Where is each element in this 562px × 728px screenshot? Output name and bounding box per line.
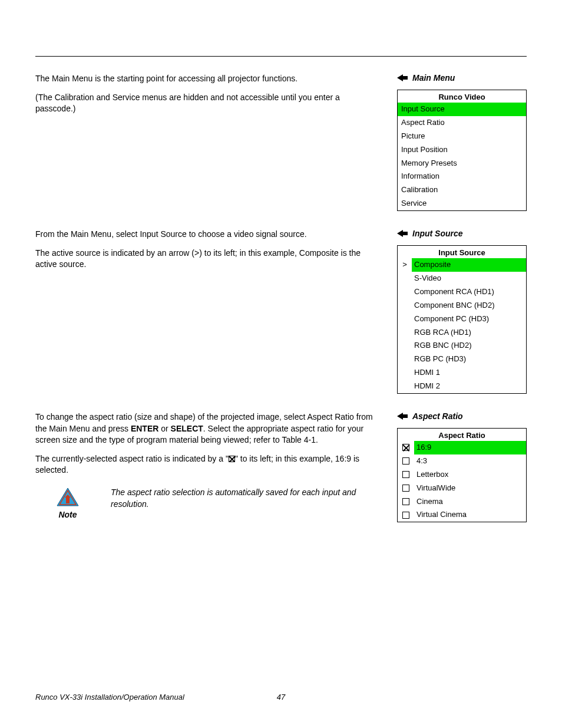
input-source-item-label: Component BNC (HD2) (412, 299, 526, 312)
main-menu-label-text: Main Menu (412, 73, 455, 83)
note-triangle-icon (56, 487, 80, 509)
input-source-item: S-Video (398, 272, 526, 285)
section-input-source: From the Main Menu, select Input Source … (35, 229, 527, 394)
aspect-ratio-item: Cinema (398, 495, 526, 509)
active-indicator (398, 385, 412, 388)
input-source-item-label: RGB RCA (HD1) (412, 326, 526, 340)
main-menu-item: Input Position (398, 143, 526, 157)
aspect-ratio-item-label: 16:9 (414, 441, 526, 454)
input-source-box: Input Source >CompositeS-VideoComponent … (397, 245, 527, 394)
input-source-item: >Composite (398, 258, 526, 272)
input-source-item: HDMI 2 (398, 380, 526, 393)
aspect-ratio-item: VirtualWide (398, 482, 526, 495)
input-source-item-label: HDMI 1 (412, 366, 526, 380)
main-menu-item: Memory Presets (398, 157, 526, 170)
main-menu-item: Input Source (398, 103, 526, 116)
aspect-ratio-item-label: Virtual Cinema (414, 508, 526, 522)
main-menu-item: Picture (398, 130, 526, 143)
aspect-ratio-item-label: Letterbox (414, 468, 526, 482)
input-source-box-title: Input Source (398, 246, 526, 258)
input-source-label-text: Input Source (412, 229, 463, 238)
aspect-ratio-label: Aspect Ratio (397, 411, 527, 421)
checkbox-icon (398, 469, 414, 480)
svg-rect-4 (66, 498, 70, 503)
active-indicator (398, 276, 412, 280)
input-source-item: Component PC (HD3) (398, 312, 526, 326)
input-source-item: RGB BNC (HD2) (398, 339, 526, 353)
main-menu-label: Main Menu (397, 73, 527, 83)
active-indicator (398, 371, 412, 375)
arrow-left-icon (397, 413, 408, 420)
page-footer: Runco VX-33i Installation/Operation Manu… (35, 693, 527, 701)
arrow-left-icon (397, 230, 408, 237)
main-menu-item: Aspect Ratio (398, 116, 526, 130)
active-indicator (398, 331, 412, 334)
note-block: Note The aspect ratio selection is autom… (35, 487, 379, 519)
input-source-item: RGB PC (HD3) (398, 353, 526, 366)
arrow-left-icon (397, 74, 408, 81)
aspect-ratio-box: Aspect Ratio 16:94:3LetterboxVirtualWide… (397, 428, 527, 522)
header-rule (35, 56, 527, 57)
main-menu-item: Information (398, 170, 526, 183)
svg-marker-0 (397, 74, 408, 81)
checkbox-icon (398, 442, 414, 453)
input-source-item-label: RGB PC (HD3) (412, 353, 526, 366)
aspect-ratio-item: 16:9 (398, 441, 526, 454)
note-label: Note (58, 510, 77, 519)
checkbox-icon (398, 496, 414, 507)
aspect-ratio-item: Virtual Cinema (398, 508, 526, 522)
aspect-ratio-box-title: Aspect Ratio (398, 429, 526, 441)
input-source-item-label: RGB BNC (HD2) (412, 339, 526, 353)
input-source-item-label: Component PC (HD3) (412, 312, 526, 326)
input-source-label: Input Source (397, 229, 527, 238)
active-indicator: > (398, 258, 412, 272)
input-source-item: RGB RCA (HD1) (398, 326, 526, 340)
aspect-ratio-item-label: 4:3 (414, 454, 526, 468)
active-indicator (398, 290, 412, 294)
input-source-item: Component BNC (HD2) (398, 299, 526, 312)
section-main-menu: The Main Menu is the starting point for … (35, 73, 527, 211)
checkbox-icon (398, 510, 414, 521)
main-menu-item: Service (398, 197, 526, 210)
aspect-ratio-para1: To change the aspect ratio (size and sha… (35, 411, 379, 446)
main-menu-box: Runco Video Input SourceAspect RatioPict… (397, 90, 527, 211)
main-menu-para2: (The Calibration and Service menus are h… (35, 92, 379, 115)
input-source-para2: The active source is indicated by an arr… (35, 248, 379, 271)
svg-marker-6 (397, 413, 408, 420)
footer-title: Runco VX-33i Installation/Operation Manu… (35, 693, 184, 701)
svg-marker-1 (397, 230, 408, 237)
active-indicator (398, 304, 412, 307)
input-source-item: Component RCA (HD1) (398, 285, 526, 299)
aspect-ratio-item-label: Cinema (414, 495, 526, 509)
input-source-item-label: Component RCA (HD1) (412, 285, 526, 299)
input-source-item: HDMI 1 (398, 366, 526, 380)
main-menu-para1: The Main Menu is the starting point for … (35, 73, 379, 85)
aspect-ratio-item-label: VirtualWide (414, 482, 526, 495)
checkbox-checked-icon (229, 456, 235, 462)
aspect-ratio-para2: The currently-selected aspect ratio is i… (35, 453, 379, 476)
input-source-para1: From the Main Menu, select Input Source … (35, 229, 379, 241)
input-source-item-label: S-Video (412, 272, 526, 285)
main-menu-item: Calibration (398, 183, 526, 197)
main-menu-box-title: Runco Video (398, 90, 526, 103)
input-source-item-label: Composite (412, 258, 526, 272)
active-indicator (398, 317, 412, 321)
section-aspect-ratio: To change the aspect ratio (size and sha… (35, 411, 527, 522)
aspect-ratio-item: 4:3 (398, 454, 526, 468)
note-text: The aspect ratio selection is automatica… (111, 487, 379, 510)
aspect-ratio-label-text: Aspect Ratio (412, 411, 463, 421)
footer-page-number: 47 (277, 693, 285, 701)
aspect-ratio-item: Letterbox (398, 468, 526, 482)
active-indicator (398, 344, 412, 348)
input-source-item-label: HDMI 2 (412, 380, 526, 393)
active-indicator (398, 358, 412, 361)
checkbox-icon (398, 483, 414, 493)
checkbox-icon (398, 456, 414, 466)
